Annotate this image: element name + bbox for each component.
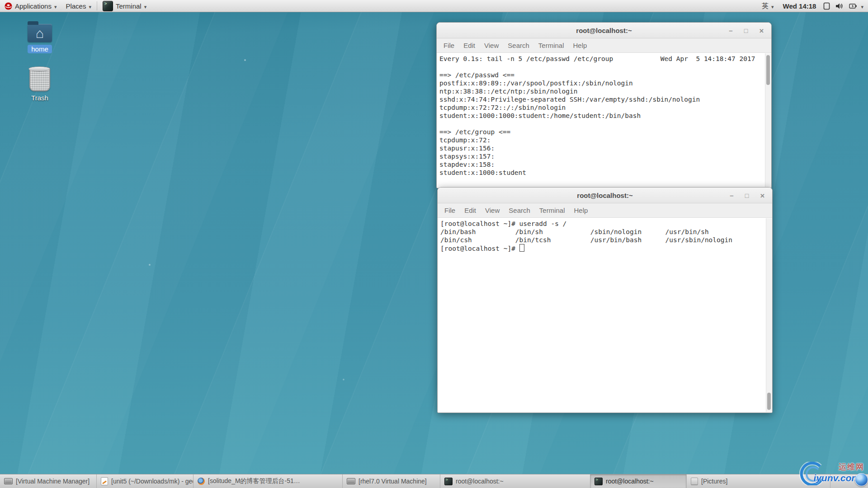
maximize-button[interactable] [745, 192, 749, 199]
vmm-icon [347, 478, 355, 484]
desktop-icon-trash[interactable]: Trash [15, 68, 65, 102]
top-panel: Applications Places Terminal 英 Wed 14:18 [0, 0, 868, 12]
clock[interactable]: Wed 14:18 [778, 0, 821, 12]
system-menu[interactable] [860, 0, 868, 12]
desktop: Applications Places Terminal 英 Wed 14:18 [0, 0, 868, 488]
chevron-down-icon [89, 2, 91, 10]
terminal-app-icon [103, 1, 113, 11]
window1-titlebar[interactable]: root@localhost:~ [437, 23, 771, 38]
scrollbar-thumb[interactable] [767, 393, 771, 410]
menu-item-edit[interactable]: Edit [460, 206, 481, 214]
maximize-button[interactable] [744, 27, 748, 34]
places-menu[interactable]: Places [61, 0, 96, 12]
menu-item-terminal[interactable]: Terminal [535, 206, 570, 214]
minimize-button[interactable] [730, 192, 733, 199]
redhat-logo-icon [5, 2, 12, 10]
menu-item-search[interactable]: Search [504, 206, 535, 214]
watermark-site-name: 运维网 [839, 462, 864, 472]
taskbar: [Virtual Machine Manager][unit5 (~/Downl… [0, 474, 868, 488]
window2-menubar: FileEditViewSearchTerminalHelp [438, 203, 772, 218]
menu-item-search[interactable]: Search [503, 42, 534, 49]
terminal-icon [444, 478, 453, 485]
terminal2-prompt: [root@localhost ~]# [440, 245, 519, 252]
taskbar-button-1[interactable]: [Virtual Machine Manager] [0, 474, 97, 488]
places-label: Places [66, 2, 86, 10]
desktop-icon-home[interactable]: ⌂ home [15, 24, 65, 53]
panel-divider [97, 1, 97, 10]
menu-item-terminal[interactable]: Terminal [534, 42, 569, 49]
applications-label: Applications [15, 2, 52, 10]
taskbar-button-7[interactable]: [Pictures] [687, 474, 830, 488]
app-menu-label: Terminal [116, 2, 142, 10]
trash-icon-label: Trash [31, 94, 48, 102]
taskbar-button-label: [Virtual Machine Manager] [16, 478, 90, 485]
terminal2-text: [root@localhost ~]# useradd -s / /bin/ba… [440, 220, 732, 244]
window1-title: root@localhost:~ [576, 27, 632, 34]
battery-icon[interactable] [849, 3, 857, 9]
window2-scrollbar[interactable] [766, 218, 772, 412]
window2-title: root@localhost:~ [577, 192, 632, 199]
taskbar-button-label: root@localhost:~ [606, 478, 654, 485]
taskbar-button-2[interactable]: [unit5 (~/Downloads/mk) - gedit] [97, 474, 193, 488]
taskbar-button-3[interactable]: [solitude_M的博客管理后台-51… [193, 474, 343, 488]
taskbar-button-5[interactable]: root@localhost:~ [440, 474, 590, 488]
menu-item-view[interactable]: View [480, 42, 503, 49]
terminal-window-2: root@localhost:~ FileEditViewSearchTermi… [437, 187, 773, 413]
volume-icon[interactable] [835, 3, 844, 9]
terminal2-output[interactable]: [root@localhost ~]# useradd -s / /bin/ba… [438, 218, 772, 253]
chevron-down-icon [54, 2, 57, 10]
gedit-icon [101, 477, 108, 485]
display-icon[interactable] [823, 2, 830, 10]
window1-menubar: FileEditViewSearchTerminalHelp [437, 38, 771, 53]
chevron-down-icon [861, 2, 863, 10]
taskbar-button-label: root@localhost:~ [456, 478, 504, 485]
app-menu-terminal[interactable]: Terminal [98, 0, 151, 12]
menu-item-help[interactable]: Help [570, 206, 593, 214]
firefox-icon [198, 478, 205, 485]
chevron-down-icon [771, 2, 774, 10]
menu-item-help[interactable]: Help [569, 42, 592, 49]
input-method-label: 英 [762, 2, 769, 10]
close-button[interactable] [760, 192, 765, 199]
taskbar-button-label: [unit5 (~/Downloads/mk) - gedit] [111, 478, 193, 485]
menu-item-file[interactable]: File [440, 206, 460, 214]
terminal-icon [594, 478, 603, 485]
terminal1-output[interactable]: Every 0.1s: tail -n 5 /etc/passwd /etc/g… [437, 53, 771, 177]
menu-item-file[interactable]: File [439, 42, 459, 49]
taskbar-button-label: [rhel7.0 Virtual Machine] [359, 478, 427, 485]
text-cursor [519, 244, 524, 252]
applications-menu[interactable]: Applications [0, 0, 61, 12]
taskbar-button-label: [Pictures] [701, 478, 727, 485]
window2-titlebar[interactable]: root@localhost:~ [438, 188, 772, 203]
taskbar-button-6[interactable]: root@localhost:~ [590, 474, 687, 488]
trash-icon [29, 68, 50, 91]
home-folder-icon: ⌂ [28, 24, 52, 42]
home-icon-label: home [28, 45, 52, 53]
close-button[interactable] [759, 27, 764, 34]
house-glyph-icon: ⌂ [28, 24, 52, 42]
terminal-window-1: root@localhost:~ FileEditViewSearchTermi… [436, 22, 772, 188]
window1-scrollbar[interactable] [765, 53, 771, 188]
pictures-icon [691, 478, 698, 485]
scrollbar-thumb[interactable] [766, 55, 770, 85]
minimize-button[interactable] [729, 27, 732, 34]
taskbar-button-label: [solitude_M的博客管理后台-51… [208, 477, 300, 485]
taskbar-button-4[interactable]: [rhel7.0 Virtual Machine] [343, 474, 440, 488]
menu-item-edit[interactable]: Edit [459, 42, 480, 49]
menu-item-view[interactable]: View [481, 206, 504, 214]
input-method-indicator[interactable]: 英 [757, 0, 778, 12]
chevron-down-icon [144, 2, 147, 10]
vmm-icon [4, 478, 13, 484]
